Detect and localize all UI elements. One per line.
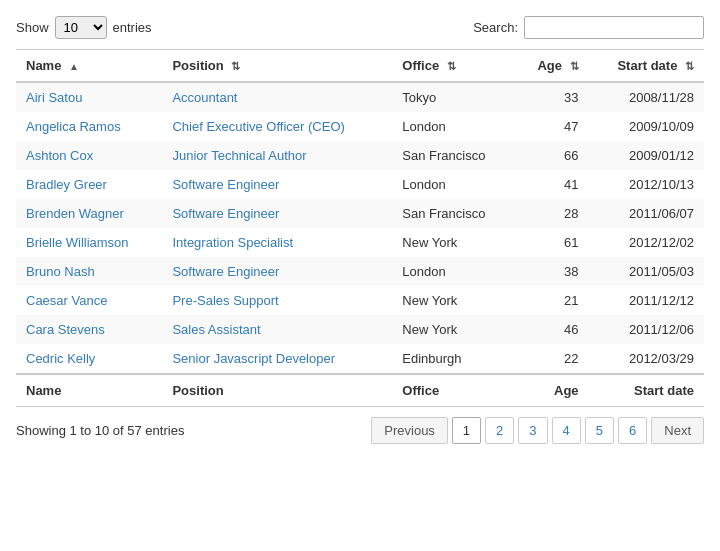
cell-age: 28	[515, 199, 588, 228]
cell-office: New York	[392, 286, 515, 315]
page-button-4[interactable]: 4	[552, 417, 581, 444]
cell-name: Caesar Vance	[16, 286, 162, 315]
col-header-startdate[interactable]: Start date	[589, 50, 704, 83]
cell-office: Tokyo	[392, 82, 515, 112]
cell-age: 38	[515, 257, 588, 286]
cell-name: Brenden Wagner	[16, 199, 162, 228]
page-button-5[interactable]: 5	[585, 417, 614, 444]
cell-name: Airi Satou	[16, 82, 162, 112]
cell-name: Bruno Nash	[16, 257, 162, 286]
col-header-position[interactable]: Position	[162, 50, 392, 83]
name-link[interactable]: Brielle Williamson	[26, 235, 129, 250]
col-footer-office: Office	[392, 374, 515, 407]
cell-startdate: 2011/12/12	[589, 286, 704, 315]
bottom-controls: Showing 1 to 10 of 57 entries Previous12…	[16, 417, 704, 444]
page-button-1[interactable]: 1	[452, 417, 481, 444]
table-row: Brenden WagnerSoftware EngineerSan Franc…	[16, 199, 704, 228]
cell-age: 33	[515, 82, 588, 112]
pagination: Previous123456Next	[371, 417, 704, 444]
cell-office: San Francisco	[392, 199, 515, 228]
header-row: Name Position Office Age Start date	[16, 50, 704, 83]
cell-position: Accountant	[162, 82, 392, 112]
page-button-3[interactable]: 3	[518, 417, 547, 444]
cell-office: London	[392, 257, 515, 286]
sort-icon-age	[570, 60, 579, 73]
cell-name: Cedric Kelly	[16, 344, 162, 374]
cell-name: Bradley Greer	[16, 170, 162, 199]
cell-office: San Francisco	[392, 141, 515, 170]
table-header: Name Position Office Age Start date	[16, 50, 704, 83]
cell-age: 66	[515, 141, 588, 170]
sort-icon-office	[447, 60, 456, 73]
search-label: Search:	[473, 20, 518, 35]
cell-age: 41	[515, 170, 588, 199]
entries-select[interactable]: 102550100	[55, 16, 107, 39]
name-link[interactable]: Angelica Ramos	[26, 119, 121, 134]
page-button-6[interactable]: 6	[618, 417, 647, 444]
cell-office: London	[392, 170, 515, 199]
table-row: Cara StevensSales AssistantNew York46201…	[16, 315, 704, 344]
name-link[interactable]: Bradley Greer	[26, 177, 107, 192]
entries-label: entries	[113, 20, 152, 35]
cell-name: Brielle Williamson	[16, 228, 162, 257]
col-footer-startdate: Start date	[589, 374, 704, 407]
col-header-age[interactable]: Age	[515, 50, 588, 83]
cell-age: 47	[515, 112, 588, 141]
cell-position: Integration Specialist	[162, 228, 392, 257]
cell-position: Software Engineer	[162, 170, 392, 199]
col-footer-age: Age	[515, 374, 588, 407]
cell-position: Sales Assistant	[162, 315, 392, 344]
cell-position: Software Engineer	[162, 199, 392, 228]
footer-header-row: Name Position Office Age Start date	[16, 374, 704, 407]
prev-button[interactable]: Previous	[371, 417, 448, 444]
sort-icon-name	[69, 61, 79, 72]
cell-position: Junior Technical Author	[162, 141, 392, 170]
col-footer-name: Name	[16, 374, 162, 407]
name-link[interactable]: Airi Satou	[26, 90, 82, 105]
search-input[interactable]	[524, 16, 704, 39]
cell-position: Chief Executive Officer (CEO)	[162, 112, 392, 141]
table-row: Caesar VancePre-Sales SupportNew York212…	[16, 286, 704, 315]
cell-name: Ashton Cox	[16, 141, 162, 170]
cell-startdate: 2011/12/06	[589, 315, 704, 344]
sort-icon-startdate	[685, 60, 694, 73]
cell-startdate: 2012/12/02	[589, 228, 704, 257]
cell-startdate: 2011/06/07	[589, 199, 704, 228]
table-row: Bruno NashSoftware EngineerLondon382011/…	[16, 257, 704, 286]
cell-age: 22	[515, 344, 588, 374]
cell-startdate: 2008/11/28	[589, 82, 704, 112]
table-footer-header: Name Position Office Age Start date	[16, 374, 704, 407]
show-label: Show	[16, 20, 49, 35]
cell-startdate: 2011/05/03	[589, 257, 704, 286]
cell-startdate: 2012/10/13	[589, 170, 704, 199]
col-header-name[interactable]: Name	[16, 50, 162, 83]
col-header-office[interactable]: Office	[392, 50, 515, 83]
top-controls: Show 102550100 entries Search:	[16, 16, 704, 39]
cell-office: London	[392, 112, 515, 141]
cell-office: Edinburgh	[392, 344, 515, 374]
cell-startdate: 2009/01/12	[589, 141, 704, 170]
table-body: Airi SatouAccountantTokyo332008/11/28Ang…	[16, 82, 704, 374]
cell-position: Software Engineer	[162, 257, 392, 286]
cell-office: New York	[392, 228, 515, 257]
name-link[interactable]: Cara Stevens	[26, 322, 105, 337]
table-row: Brielle WilliamsonIntegration Specialist…	[16, 228, 704, 257]
cell-startdate: 2012/03/29	[589, 344, 704, 374]
name-link[interactable]: Caesar Vance	[26, 293, 107, 308]
name-link[interactable]: Cedric Kelly	[26, 351, 95, 366]
search-box: Search:	[473, 16, 704, 39]
table-row: Airi SatouAccountantTokyo332008/11/28	[16, 82, 704, 112]
sort-icon-position	[231, 60, 240, 73]
cell-age: 21	[515, 286, 588, 315]
table-row: Cedric KellySenior Javascript DeveloperE…	[16, 344, 704, 374]
cell-name: Angelica Ramos	[16, 112, 162, 141]
name-link[interactable]: Bruno Nash	[26, 264, 95, 279]
table-row: Ashton CoxJunior Technical AuthorSan Fra…	[16, 141, 704, 170]
name-link[interactable]: Ashton Cox	[26, 148, 93, 163]
cell-position: Senior Javascript Developer	[162, 344, 392, 374]
cell-position: Pre-Sales Support	[162, 286, 392, 315]
name-link[interactable]: Brenden Wagner	[26, 206, 124, 221]
page-button-2[interactable]: 2	[485, 417, 514, 444]
next-button[interactable]: Next	[651, 417, 704, 444]
cell-name: Cara Stevens	[16, 315, 162, 344]
